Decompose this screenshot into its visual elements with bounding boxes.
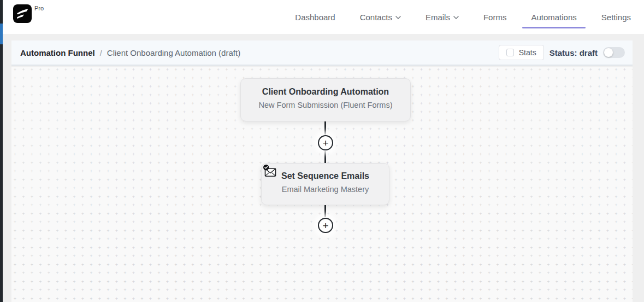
breadcrumb-current: Client Onboarding Automation (draft) — [107, 48, 240, 57]
breadcrumb-root-link[interactable]: Automation Funnel — [20, 48, 95, 57]
action-node-title: Set Sequence Emails — [262, 171, 389, 181]
toolbar-actions: Stats Status: draft — [499, 45, 625, 60]
nav-item-forms[interactable]: Forms — [483, 0, 507, 34]
trigger-node-subtitle: New Form Submission (Fluent Forms) — [241, 101, 410, 109]
action-node-sequence-emails[interactable]: Set Sequence Emails Email Marketing Mast… — [261, 163, 389, 205]
add-step-button[interactable]: + — [318, 135, 333, 150]
top-header: Pro Dashboard Contacts Emails Forms Auto… — [3, 0, 644, 34]
nav-label: Contacts — [360, 13, 392, 22]
pro-badge: Pro — [34, 5, 44, 11]
nav-item-automations[interactable]: Automations — [531, 0, 576, 34]
stats-label: Stats — [519, 48, 536, 57]
active-tab-underline — [522, 27, 585, 28]
action-node-subtitle: Email Marketing Mastery — [262, 185, 389, 194]
chevron-down-icon — [453, 15, 459, 19]
nav-label: Settings — [601, 13, 631, 22]
funnel-toolbar: Automation Funnel / Client Onboarding Au… — [11, 40, 633, 66]
funnel-canvas: ++++++++++++++++++++++++++++++++++++++++… — [11, 67, 633, 302]
nav-label: Dashboard — [295, 13, 335, 22]
fluentcrm-logo[interactable] — [13, 4, 32, 23]
stats-checkbox[interactable] — [506, 49, 514, 56]
nav-label: Forms — [483, 13, 507, 22]
breadcrumb-separator: / — [100, 48, 102, 57]
add-step-button[interactable]: + — [318, 218, 333, 233]
nav-label: Emails — [426, 13, 450, 22]
nav-item-settings[interactable]: Settings — [601, 0, 631, 34]
chevron-down-icon — [395, 15, 401, 19]
main-nav: Dashboard Contacts Emails Forms Automati… — [295, 0, 631, 34]
nav-label: Automations — [531, 13, 576, 22]
envelope-check-icon — [263, 164, 277, 179]
trigger-node-title: Client Onboarding Automation — [241, 87, 410, 97]
breadcrumb: Automation Funnel / Client Onboarding Au… — [20, 48, 240, 57]
status-label: Status: draft — [550, 48, 598, 57]
nav-item-contacts[interactable]: Contacts — [360, 0, 401, 34]
nav-item-emails[interactable]: Emails — [426, 0, 459, 34]
stats-toggle-button[interactable]: Stats — [499, 45, 544, 60]
wp-admin-collapsed-sidebar — [0, 0, 3, 302]
nav-item-dashboard[interactable]: Dashboard — [295, 0, 335, 34]
toggle-knob — [604, 48, 613, 57]
trigger-node[interactable]: Client Onboarding Automation New Form Su… — [240, 78, 411, 121]
status-toggle[interactable] — [603, 47, 625, 58]
sidebar-scrollbar-thumb[interactable] — [0, 24, 3, 44]
